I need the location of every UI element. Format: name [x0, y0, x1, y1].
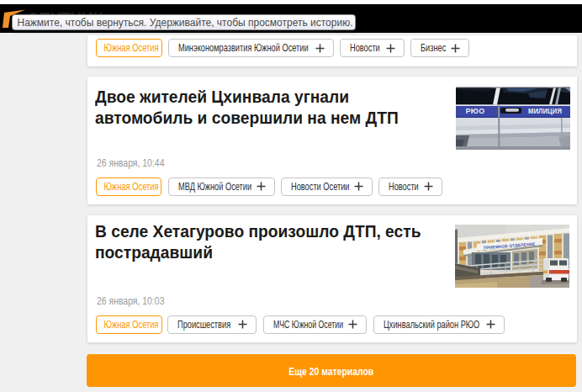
svg-text:РЮО: РЮО — [466, 107, 485, 115]
svg-text:МИЛИЦИЯ: МИЛИЦИЯ — [528, 108, 562, 115]
